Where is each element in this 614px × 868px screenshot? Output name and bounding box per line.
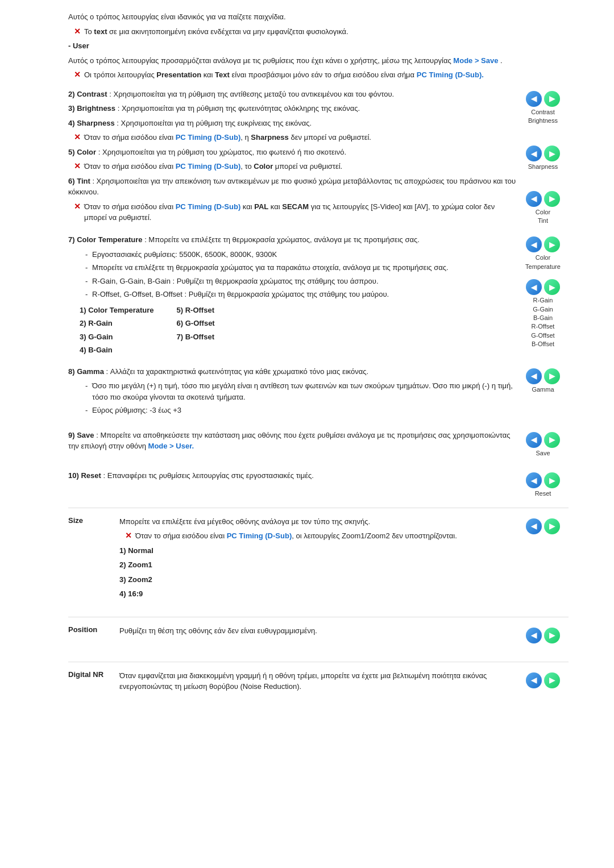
reset-icon-group: ◀ ▶ Reset [526, 472, 560, 498]
color-right-btn[interactable]: ▶ [544, 191, 560, 207]
gamma-bullet2: Εύρος ρύθμισης: -3 έως +3 [85, 405, 517, 416]
color-temp-side-icons: ◀ ▶ ColorTemperature ◀ ▶ R-Gain G-Gain B… [517, 234, 569, 360]
ct-item6: 6) G-Offset [177, 318, 215, 329]
picture-adjustments-section: 2) Contrast : Χρησιμοποιείται για τη ρύθ… [68, 89, 569, 229]
ct-item4: 4) B-Gain [80, 344, 154, 356]
digital-nr-text: Όταν εμφανίζεται μια διακεκομμένη γραμμή… [119, 670, 517, 696]
color-temp-right-btn[interactable]: ▶ [544, 236, 560, 252]
gamma-side-icons: ◀ ▶ Gamma [517, 366, 569, 421]
position-buttons: ◀ ▶ [526, 628, 560, 643]
reset-label: Reset [535, 489, 551, 498]
position-row-label: Position [68, 625, 119, 654]
color-temp-col2: 5) R-Offset 6) G-Offset 7) B-Offset [177, 305, 215, 356]
size-left-btn[interactable]: ◀ [526, 518, 542, 534]
reset-right-btn[interactable]: ▶ [544, 472, 560, 488]
g-gain-label: G-Gain [533, 305, 553, 314]
rgb-gains-icon-group: ◀ ▶ R-Gain G-Gain B-Gain R-Offset G-Offs… [526, 279, 560, 348]
user-desc: Αυτός ο τρόπος λειτουργίας προσαρμόζεται… [68, 55, 569, 67]
page-wrapper: Αυτός ο τρόπος λειτουργίας είναι ιδανικό… [0, 0, 614, 721]
warning-icon-4: ✕ [74, 161, 81, 171]
size-item4: 4) 16:9 [119, 588, 517, 600]
digital-nr-right-btn[interactable]: ▶ [544, 672, 560, 688]
bullet-rgain: R-Gain, G-Gain, B-Gain : Ρυθμίζει τη θερ… [85, 276, 517, 287]
digital-nr-desc: Όταν εμφανίζεται μια διακεκομμένη γραμμή… [119, 670, 517, 692]
digital-nr-icon-group: ◀ ▶ [526, 672, 560, 690]
digital-nr-left-btn[interactable]: ◀ [526, 672, 542, 688]
save-side-icons: ◀ ▶ Save [517, 430, 569, 461]
sharpness-left-btn[interactable]: ◀ [526, 146, 542, 161]
color-temp-item: 7) Color Temperature : Μπορείτε να επιλέ… [68, 234, 517, 246]
rgb-gains-buttons: ◀ ▶ [526, 279, 560, 295]
main-outer: Αυτός ο τρόπος λειτουργίας είναι ιδανικό… [0, 11, 614, 709]
ct-item2: 2) R-Gain [80, 318, 154, 329]
contrast-label: ContrastBrightness [528, 108, 558, 126]
position-desc: Ρυθμίζει τη θέση της οθόνης εάν δεν είνα… [119, 625, 517, 637]
warning-size: ✕ Όταν το σήμα εισόδου είναι PC Timing (… [125, 530, 517, 542]
size-section-with-icons: Μπορείτε να επιλέξετε ένα μέγεθος οθόνης… [119, 516, 569, 603]
save-buttons: ◀ ▶ [526, 432, 560, 448]
save-text: 9) Save : Μπορείτε να αποθηκεύσετε την κ… [68, 430, 517, 461]
save-left-btn[interactable]: ◀ [526, 432, 542, 448]
color-left-btn[interactable]: ◀ [526, 191, 542, 207]
ct-item1: 1) Color Temperature [80, 305, 154, 316]
r-offset-label: R-Offset [532, 322, 555, 331]
bullet-factory: Εργοστασιακές ρυθμίσεις: 5500K, 6500K, 8… [85, 249, 517, 260]
size-row: Size Μπορείτε να επιλέξετε ένα μέγεθος ο… [68, 508, 569, 617]
digital-nr-buttons: ◀ ▶ [526, 672, 560, 688]
size-row-label: Size [68, 516, 119, 609]
g-offset-label: G-Offset [531, 331, 554, 340]
warning-presentation-content: Οι τρόποι λειτουργίας Presentation και T… [84, 69, 484, 81]
color-tint-buttons: ◀ ▶ [526, 191, 560, 207]
rgb-gains-right-btn[interactable]: ▶ [544, 279, 560, 295]
color-temp-left-btn[interactable]: ◀ [526, 236, 542, 252]
warning-icon-5: ✕ [74, 202, 81, 211]
color-temp-col1: 1) Color Temperature 2) R-Gain 3) G-Gain… [80, 305, 154, 356]
size-right-btn[interactable]: ▶ [544, 518, 560, 534]
color-item: 5) Color : Χρησιμοποιείται για τη ρύθμισ… [68, 147, 517, 158]
picture-side-icons: ◀ ▶ ContrastBrightness ◀ ▶ Sharpness [517, 89, 569, 229]
reset-text: 10) Reset : Επαναφέρει τις ρυθμίσεις λει… [68, 470, 517, 501]
b-offset-label: B-Offset [532, 340, 554, 348]
sharpness-icon-group: ◀ ▶ Sharpness [526, 146, 560, 171]
position-left-btn[interactable]: ◀ [526, 628, 542, 643]
warning-color: ✕ Όταν το σήμα εισόδου είναι PC Timing (… [74, 161, 517, 172]
warning-sharpness-content: Όταν το σήμα εισόδου είναι PC Timing (D-… [84, 132, 371, 143]
warning-icon-size: ✕ [125, 531, 132, 540]
position-side-icons: ◀ ▶ [517, 625, 569, 648]
warning-size-content: Όταν το σήμα εισόδου είναι PC Timing (D-… [135, 530, 457, 542]
gamma-right-btn[interactable]: ▶ [544, 368, 560, 384]
warning-icon-1: ✕ [74, 27, 81, 36]
reset-section: 10) Reset : Επαναφέρει τις ρυθμίσεις λει… [68, 470, 569, 501]
save-section: 9) Save : Μπορείτε να αποθηκεύσετε την κ… [68, 430, 569, 461]
bullet-select: Μπορείτε να επιλέξετε τη θερμοκρασία χρώ… [85, 262, 517, 273]
gamma-text: 8) Gamma : Αλλάζει τα χαρακτηριστικά φωτ… [68, 366, 517, 421]
warning-sharpness: ✕ Όταν το σήμα εισόδου είναι PC Timing (… [74, 132, 517, 143]
position-right-btn[interactable]: ▶ [544, 628, 560, 643]
gamma-label: Gamma [532, 385, 554, 394]
warning-text-mode: ✕ Το text σε μια ακινητοποιημένη εικόνα … [74, 26, 569, 38]
position-text: Ρυθμίζει τη θέση της οθόνης εάν δεν είνα… [119, 625, 517, 648]
position-section-with-icons: Ρυθμίζει τη θέση της οθόνης εάν δεν είνα… [119, 625, 569, 648]
sharpness-right-btn[interactable]: ▶ [544, 146, 560, 161]
gamma-left-btn[interactable]: ◀ [526, 368, 542, 384]
save-right-btn[interactable]: ▶ [544, 432, 560, 448]
reset-item: 10) Reset : Επαναφέρει τις ρυθμίσεις λει… [68, 470, 517, 481]
contrast-right-btn[interactable]: ▶ [544, 91, 560, 107]
color-temp-text: 7) Color Temperature : Μπορείτε να επιλέ… [68, 234, 517, 360]
size-row-content: Μπορείτε να επιλέξετε ένα μέγεθος οθόνης… [119, 516, 569, 609]
reset-side-icons: ◀ ▶ Reset [517, 470, 569, 501]
sharpness-label: Sharpness [528, 163, 558, 171]
contrast-left-btn[interactable]: ◀ [526, 91, 542, 107]
b-gain-label: B-Gain [533, 314, 553, 322]
warning-tint-content: Όταν το σήμα εισόδου είναι PC Timing (D-… [84, 201, 517, 223]
sharpness-item: 4) Sharpness : Χρησιμοποιείται για τη ρύ… [68, 118, 517, 129]
color-temp-buttons: ◀ ▶ [526, 236, 560, 252]
digital-nr-row: Digital NR Όταν εμφανίζεται μια διακεκομ… [68, 662, 569, 709]
size-item2: 2) Zoom1 [119, 559, 517, 571]
tint-item: 6) Tint : Χρησιμοποιείται για την απεικό… [68, 176, 517, 198]
size-desc: Μπορείτε να επιλέξετε ένα μέγεθος οθόνης… [119, 516, 517, 528]
rgb-gains-left-btn[interactable]: ◀ [526, 279, 542, 295]
ct-item5: 5) R-Offset [177, 305, 215, 316]
mode-save-link: Mode > Save [453, 56, 498, 65]
reset-left-btn[interactable]: ◀ [526, 472, 542, 488]
